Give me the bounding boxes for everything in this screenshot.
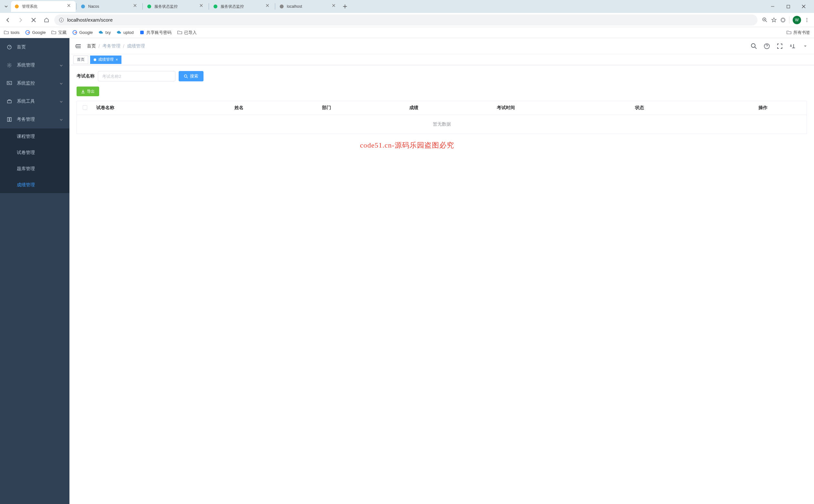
zoom-icon[interactable] [762, 17, 768, 23]
tab-favicon [147, 4, 152, 9]
bookmark-item[interactable]: uplod [117, 30, 134, 36]
bookmark-item[interactable]: txy [98, 30, 111, 36]
bookmark-item[interactable]: 宝藏 [51, 30, 67, 36]
bookmark-item[interactable]: Google [25, 30, 46, 36]
view-tab-label: 首页 [77, 57, 85, 62]
sidebar: 首页系统管理系统监控系统工具考务管理课程管理试卷管理题库管理成绩管理 [0, 38, 69, 504]
sidebar-item[interactable]: 系统监控 [0, 74, 69, 92]
tab-title: 服务状态监控 [221, 4, 263, 9]
chevron-icon [59, 82, 63, 85]
breadcrumb-item[interactable]: 成绩管理 [127, 43, 145, 49]
profile-avatar[interactable]: W [793, 16, 801, 24]
export-button[interactable]: 导出 [77, 87, 99, 96]
gear-icon [6, 63, 12, 68]
tab-close-button[interactable] [200, 4, 205, 9]
sidebar-subitem[interactable]: 题库管理 [0, 161, 69, 177]
tab-title: localhost [287, 4, 329, 9]
tab-search-dropdown[interactable] [1, 2, 11, 11]
svg-point-2 [147, 5, 151, 8]
forward-button[interactable] [15, 15, 26, 25]
sidebar-toggle[interactable] [75, 43, 82, 49]
tab-close-button[interactable] [133, 4, 139, 9]
topbar: 首页/考务管理/成绩管理 [69, 38, 814, 54]
bookmark-item[interactable]: 共享账号密码 [139, 30, 171, 36]
url-field[interactable]: localhost/exam/score [54, 15, 757, 26]
main-panel: 首页/考务管理/成绩管理 首页成绩管理× 考试名称 搜索 [69, 38, 814, 504]
reload-button[interactable] [28, 15, 39, 25]
sidebar-item[interactable]: 考务管理 [0, 110, 69, 129]
bookmark-label: tools [11, 30, 19, 35]
browser-tab[interactable]: Nacos [77, 1, 142, 12]
view-tab[interactable]: 成绩管理× [90, 56, 121, 64]
empty-text: 暂无数据 [77, 115, 807, 134]
breadcrumb-item[interactable]: 首页 [87, 43, 96, 49]
help-icon[interactable] [764, 43, 770, 49]
search-icon[interactable] [751, 43, 757, 49]
sidebar-item-label: 系统管理 [17, 62, 55, 68]
bookmarks-bar: toolsGoogle宝藏Googletxyuplod共享账号密码已导入 所有书… [0, 27, 814, 38]
bookmark-item[interactable]: 已导入 [177, 30, 197, 36]
browser-chrome: 管理系统 Nacos 服务状态监控 服务状态监控 localhost local… [0, 0, 814, 38]
view-tab[interactable]: 首页 [73, 56, 88, 64]
svg-point-4 [280, 5, 283, 8]
search-button[interactable]: 搜索 [179, 71, 203, 81]
select-all-checkbox[interactable] [83, 105, 87, 110]
exam-name-input[interactable] [98, 71, 175, 81]
table-column-header: 姓名 [231, 101, 318, 115]
bookmark-item[interactable]: Google [72, 30, 93, 36]
fullscreen-icon[interactable] [777, 43, 783, 49]
info-icon [59, 17, 64, 23]
bookmark-label: 已导入 [184, 30, 197, 36]
tab-close-button[interactable] [332, 4, 337, 9]
sidebar-item[interactable]: 首页 [0, 38, 69, 56]
minimize-button[interactable] [766, 2, 779, 11]
bookmark-label: 宝藏 [58, 30, 67, 36]
sidebar-item-label: 系统工具 [17, 98, 55, 104]
sidebar-item[interactable]: 系统管理 [0, 56, 69, 74]
briefcase-icon [6, 99, 12, 104]
tab-favicon [14, 4, 19, 9]
caret-down-icon [804, 45, 807, 48]
close-window-button[interactable] [797, 2, 810, 11]
chevron-icon [59, 118, 63, 121]
star-icon[interactable] [771, 17, 777, 23]
sidebar-subitem[interactable]: 课程管理 [0, 129, 69, 145]
table-column-header: 操作 [719, 101, 807, 115]
tab-close-button[interactable] [67, 4, 72, 9]
svg-point-9 [807, 19, 808, 20]
sidebar-subitem[interactable]: 成绩管理 [0, 177, 69, 193]
bookmark-label: uplod [123, 30, 134, 35]
sidebar-subitem[interactable]: 试卷管理 [0, 145, 69, 161]
svg-point-15 [9, 65, 10, 66]
maximize-button[interactable] [782, 2, 795, 11]
content-area: 考试名称 搜索 导出 试卷名称姓名部门成绩考试时间状态操作 [69, 65, 814, 504]
tab-close-button[interactable] [266, 4, 271, 9]
home-button[interactable] [41, 15, 52, 25]
user-dropdown[interactable] [802, 45, 808, 48]
svg-point-10 [807, 21, 808, 22]
extensions-icon[interactable] [780, 17, 786, 23]
breadcrumb-item[interactable]: 考务管理 [102, 43, 120, 49]
view-tabs: 首页成绩管理× [69, 54, 814, 65]
browser-tab[interactable]: localhost [276, 1, 340, 12]
view-tab-close[interactable]: × [116, 57, 118, 62]
table-column-header: 状态 [632, 101, 719, 115]
browser-tab[interactable]: 服务状态监控 [143, 1, 208, 12]
new-tab-button[interactable] [340, 2, 349, 11]
bookmark-icon [139, 30, 144, 35]
font-size-icon[interactable] [789, 43, 796, 49]
url-text: localhost/exam/score [67, 17, 113, 23]
sidebar-item-label: 首页 [17, 44, 63, 50]
back-button[interactable] [3, 15, 13, 25]
svg-point-20 [184, 75, 187, 77]
browser-tab[interactable]: 管理系统 [11, 1, 76, 12]
svg-rect-5 [787, 5, 790, 8]
menu-icon[interactable] [804, 17, 809, 23]
active-dot-icon [94, 58, 96, 61]
browser-tab[interactable]: 服务状态监控 [210, 1, 274, 12]
all-bookmarks[interactable]: 所有书签 [787, 30, 810, 36]
sidebar-item[interactable]: 系统工具 [0, 92, 69, 110]
tab-strip: 管理系统 Nacos 服务状态监控 服务状态监控 localhost [0, 0, 814, 13]
tab-favicon [213, 4, 218, 9]
bookmark-item[interactable]: tools [4, 30, 19, 36]
